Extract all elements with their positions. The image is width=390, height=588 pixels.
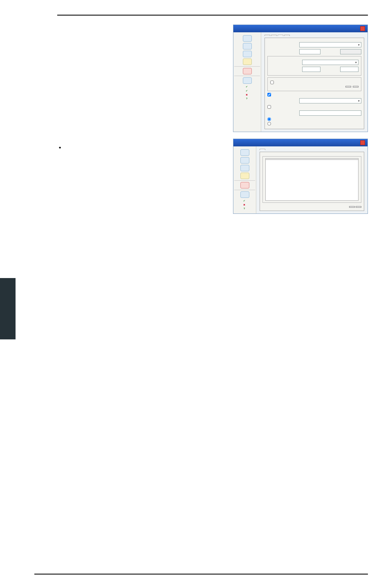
password-input-disabled — [340, 49, 361, 54]
tab-advanced[interactable] — [284, 35, 290, 36]
networks-table-body[interactable] — [265, 160, 359, 201]
sidebar-item-ok[interactable] — [234, 89, 260, 92]
sidebar-item-saveconfig[interactable] — [234, 191, 255, 198]
sidebar-item-cancel[interactable] — [234, 203, 255, 206]
sidebar-item-config[interactable] — [234, 157, 255, 164]
tab-pane-survey — [260, 152, 364, 211]
use-client-cert-checkbox[interactable] — [270, 81, 274, 84]
sidebar-item-status[interactable] — [234, 35, 260, 42]
server-name-input[interactable] — [299, 110, 361, 116]
dialog-titlebar[interactable] — [233, 25, 368, 32]
sidebar-item-saveconfig[interactable] — [234, 77, 260, 84]
allow-intermediate-checkbox[interactable] — [267, 105, 271, 109]
sidebar-item-ok[interactable] — [234, 199, 255, 202]
cert-issuer-select[interactable] — [299, 98, 361, 103]
tab-site-survey[interactable] — [260, 149, 265, 150]
password-input-2[interactable] — [340, 67, 359, 72]
sidebar-item-survey[interactable] — [234, 165, 255, 171]
view-button — [353, 86, 359, 88]
auth-type-select[interactable] — [299, 42, 361, 47]
dialog-sidebar — [233, 32, 261, 132]
connect-button — [356, 206, 361, 208]
sidebar-item-cancel[interactable] — [234, 93, 260, 96]
close-icon[interactable] — [360, 26, 365, 31]
protocol-select[interactable] — [302, 60, 359, 65]
sidebar-item-about[interactable] — [234, 173, 255, 179]
radio-exact-match[interactable] — [267, 117, 271, 121]
tab-basic[interactable] — [264, 35, 270, 36]
tab-pane-auth — [264, 38, 364, 129]
client-cert-fieldset — [267, 77, 361, 91]
select-button — [345, 86, 351, 88]
sidebar-item-linkstate[interactable] — [234, 68, 260, 74]
dialog-card-settings-auth — [233, 25, 368, 132]
divider-top — [57, 15, 368, 16]
tab-encryption[interactable] — [271, 35, 277, 36]
sidebar-item-about[interactable] — [234, 58, 260, 65]
sidebar-item-linkstate[interactable] — [234, 182, 255, 189]
identity-input[interactable] — [299, 49, 321, 54]
close-icon[interactable] — [360, 140, 365, 145]
dialog-card-settings-survey — [233, 139, 368, 214]
divider-bottom — [34, 574, 368, 575]
tab-authentication[interactable] — [278, 35, 283, 36]
sidebar-item-help[interactable] — [234, 97, 260, 100]
tunneled-auth-fieldset — [267, 56, 361, 76]
dialog-sidebar-2 — [233, 146, 256, 213]
search-button[interactable] — [349, 206, 355, 208]
sidebar-item-survey[interactable] — [234, 51, 260, 57]
available-networks-fieldset — [262, 156, 361, 203]
sidebar-item-status[interactable] — [234, 149, 255, 156]
sidebar-chapter-tab — [0, 278, 16, 339]
validate-cert-checkbox[interactable] — [267, 93, 271, 97]
dialog-titlebar-2[interactable] — [233, 139, 368, 146]
sidebar-item-apply[interactable] — [234, 85, 260, 88]
identity-input-2[interactable] — [302, 67, 321, 72]
sidebar-item-help[interactable] — [234, 207, 255, 210]
radio-end-match[interactable] — [267, 122, 271, 126]
sidebar-item-config[interactable] — [234, 43, 260, 49]
